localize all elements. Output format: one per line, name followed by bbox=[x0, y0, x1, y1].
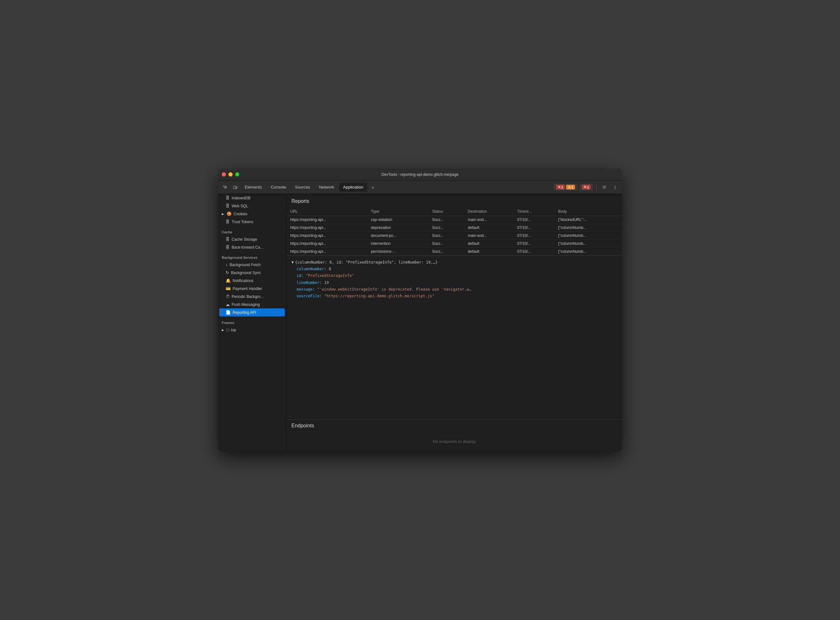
sidebar: 🗄 IndexedDB 🗄 Web SQL ▶ 🍪 Cookies 🗄 Trus… bbox=[218, 194, 287, 451]
sidebar-item-reporting-api[interactable]: 📄 Reporting API bbox=[219, 308, 285, 316]
table-row[interactable]: https://reporting-api...deprecationSucc.… bbox=[287, 224, 622, 232]
table-cell-type: document-po... bbox=[367, 232, 428, 240]
more-options-button[interactable] bbox=[611, 183, 620, 192]
sidebar-item-periodic-bg[interactable]: ⏱ Periodic Backgro… bbox=[219, 292, 285, 301]
sidebar-item-notifications[interactable]: 🔔 Notifications bbox=[219, 277, 285, 284]
file-icon: 📄 bbox=[226, 310, 231, 315]
sidebar-item-bg-fetch[interactable]: ↕ Background Fetch bbox=[219, 261, 285, 269]
tab-elements[interactable]: Elements bbox=[241, 183, 266, 192]
traffic-lights bbox=[222, 172, 239, 176]
table-cell-status: Succ... bbox=[428, 240, 464, 248]
table-cell-timestamp: 07/10/... bbox=[514, 240, 555, 248]
database-icon: 🗄 bbox=[226, 220, 230, 224]
notification-icon: 🔔 bbox=[226, 278, 231, 283]
table-cell-status: Succ... bbox=[428, 232, 464, 240]
table-cell-type: intervention bbox=[367, 240, 428, 248]
tab-console[interactable]: Console bbox=[267, 183, 290, 192]
reports-table: URL Type Status Destination Timest... Bo… bbox=[287, 207, 622, 256]
issue-badge-group[interactable]: ✕ 1 bbox=[579, 184, 593, 190]
table-row[interactable]: https://reporting-api...csp-violationSuc… bbox=[287, 216, 622, 224]
content-panel: Reports URL Type Status Destination Time… bbox=[287, 194, 622, 451]
endpoints-empty-message: No endpoints to display bbox=[287, 432, 622, 451]
sidebar-item-payment-handler[interactable]: 💳 Payment Handler bbox=[219, 284, 285, 292]
settings-button[interactable] bbox=[600, 183, 609, 192]
timer-icon: ⏱ bbox=[226, 294, 230, 299]
json-field-columnNumber: columnNumber : 8 bbox=[291, 266, 617, 272]
more-tabs-button[interactable]: » bbox=[368, 183, 377, 192]
reports-table-container[interactable]: URL Type Status Destination Timest... Bo… bbox=[287, 207, 622, 256]
endpoints-section: Endpoints No endpoints to display bbox=[287, 419, 622, 451]
toolbar-divider bbox=[596, 184, 597, 190]
tab-network[interactable]: Network bbox=[315, 183, 338, 192]
svg-point-2 bbox=[603, 186, 605, 188]
table-cell-status: Succ... bbox=[428, 248, 464, 256]
col-type: Type bbox=[367, 207, 428, 216]
close-button[interactable] bbox=[222, 172, 226, 176]
table-cell-type: csp-violation bbox=[367, 216, 428, 224]
json-field-sourceFile: sourceFile : "https://reporting-api-demo… bbox=[291, 293, 617, 299]
col-timestamp: Timest... bbox=[514, 207, 555, 216]
maximize-button[interactable] bbox=[235, 172, 239, 176]
inspect-element-button[interactable] bbox=[220, 183, 229, 192]
minimize-button[interactable] bbox=[228, 172, 232, 176]
table-cell-body: {"columnNumb... bbox=[554, 248, 622, 256]
expand-arrow-icon: ▶ bbox=[222, 328, 224, 332]
table-cell-body: {"columnNumb... bbox=[554, 240, 622, 248]
json-field-lineNumber: lineNumber : 19 bbox=[291, 280, 617, 286]
sidebar-item-bg-sync[interactable]: ↻ Background Sync bbox=[219, 269, 285, 277]
table-cell-body: {"blockedURL":... bbox=[554, 216, 622, 224]
storage-icon: 🗄 bbox=[226, 245, 230, 250]
table-cell-destination: default bbox=[464, 248, 513, 256]
table-cell-url: https://reporting-api... bbox=[287, 232, 367, 240]
table-row[interactable]: https://reporting-api...interventionSucc… bbox=[287, 240, 622, 248]
sidebar-item-indexeddb[interactable]: 🗄 IndexedDB bbox=[219, 194, 285, 202]
json-key-id: id bbox=[297, 273, 301, 279]
col-url: URL bbox=[287, 207, 367, 216]
table-row[interactable]: https://reporting-api...permissions-...S… bbox=[287, 248, 622, 256]
table-cell-body: {"columnNumb... bbox=[554, 232, 622, 240]
json-value-columnNumber: 8 bbox=[329, 266, 331, 272]
sidebar-item-push-messaging[interactable]: ☁ Push Messaging bbox=[219, 301, 285, 308]
table-cell-destination: default bbox=[464, 240, 513, 248]
sidebar-item-back-forward[interactable]: 🗄 Back-forward Ca… bbox=[219, 243, 285, 251]
table-cell-destination: main-end... bbox=[464, 232, 513, 240]
sidebar-item-trust-tokens[interactable]: 🗄 Trust Tokens bbox=[219, 218, 285, 226]
device-toolbar-button[interactable] bbox=[231, 183, 240, 192]
json-field-id: id : "PrefixedStorageInfo" bbox=[291, 272, 617, 279]
sidebar-item-websql[interactable]: 🗄 Web SQL bbox=[219, 202, 285, 210]
cache-section-header: Cache bbox=[218, 226, 286, 235]
sidebar-item-cookies[interactable]: ▶ 🍪 Cookies bbox=[219, 210, 285, 218]
table-row[interactable]: https://reporting-api...document-po...Su… bbox=[287, 232, 622, 240]
window-title: DevTools - reporting-api-demo.glitch.me/… bbox=[382, 172, 459, 177]
storage-icon: 🗄 bbox=[226, 237, 230, 242]
json-value-message: "'window.webkitStorageInfo' is deprecate… bbox=[317, 286, 471, 292]
json-expand-arrow[interactable]: ▼ bbox=[291, 259, 294, 265]
cookie-icon: 🍪 bbox=[226, 211, 232, 216]
json-value-lineNumber: 19 bbox=[324, 280, 329, 286]
sidebar-item-cache-storage[interactable]: 🗄 Cache Storage bbox=[219, 235, 285, 243]
toolbar-right: ✕ 2 ⚠ 1 ✕ 1 bbox=[553, 183, 620, 192]
table-cell-destination: default bbox=[464, 224, 513, 232]
table-cell-timestamp: 07/10/... bbox=[514, 224, 555, 232]
fetch-icon: ↕ bbox=[226, 262, 228, 267]
tab-sources[interactable]: Sources bbox=[291, 183, 314, 192]
error-badge-group[interactable]: ✕ 2 ⚠ 1 bbox=[553, 184, 578, 190]
table-cell-destination: main-end... bbox=[464, 216, 513, 224]
json-detail-viewer[interactable]: ▼ {columnNumber: 8, id: "PrefixedStorage… bbox=[287, 256, 622, 419]
table-cell-status: Succ... bbox=[428, 224, 464, 232]
json-key-columnNumber: columnNumber bbox=[297, 266, 324, 272]
svg-rect-0 bbox=[234, 186, 236, 189]
tab-application[interactable]: Application bbox=[339, 183, 367, 192]
json-collapsed-text: {columnNumber: 8, id: "PrefixedStorageIn… bbox=[295, 259, 437, 265]
table-cell-timestamp: 07/10/... bbox=[514, 232, 555, 240]
col-destination: Destination bbox=[464, 207, 513, 216]
table-cell-timestamp: 07/10/... bbox=[514, 216, 555, 224]
svg-point-5 bbox=[615, 188, 615, 188]
endpoints-title: Endpoints bbox=[287, 420, 622, 432]
json-collapsed-row[interactable]: ▼ {columnNumber: 8, id: "PrefixedStorage… bbox=[291, 259, 617, 266]
sidebar-item-frames-top[interactable]: ▶ □ top bbox=[219, 326, 285, 334]
table-cell-url: https://reporting-api... bbox=[287, 248, 367, 256]
frames-section-header: Frames bbox=[218, 316, 286, 326]
cloud-icon: ☁ bbox=[226, 302, 230, 307]
sync-icon: ↻ bbox=[226, 270, 229, 275]
